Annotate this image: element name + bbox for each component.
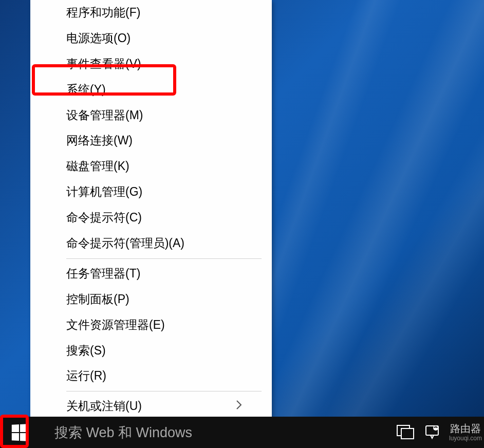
menu-item-cmd-admin[interactable]: 命令提示符(管理员)(A) <box>30 231 272 256</box>
notification-icon[interactable] <box>424 424 440 440</box>
chevron-right-icon <box>236 400 243 413</box>
menu-item-programs[interactable]: 程序和功能(F) <box>30 0 272 26</box>
taskbar: 搜索 Web 和 Windows 路由器 luyouqi.com <box>0 417 484 448</box>
menu-item-file-explorer[interactable]: 文件资源管理器(E) <box>30 312 272 338</box>
menu-item-control-panel[interactable]: 控制面板(P) <box>30 287 272 312</box>
windows-logo-icon <box>12 424 28 441</box>
menu-item-device-manager[interactable]: 设备管理器(M) <box>30 103 272 128</box>
menu-item-system[interactable]: 系统(Y) <box>30 77 272 103</box>
menu-item-power-options[interactable]: 电源选项(O) <box>30 26 272 51</box>
menu-item-task-manager[interactable]: 任务管理器(T) <box>30 261 272 287</box>
search-placeholder: 搜索 Web 和 Windows <box>54 423 192 442</box>
menu-item-cmd[interactable]: 命令提示符(C) <box>30 205 272 231</box>
menu-divider <box>66 391 262 391</box>
taskbar-tray: 路由器 luyouqi.com <box>397 422 484 442</box>
menu-item-network[interactable]: 网络连接(W) <box>30 128 272 154</box>
menu-divider <box>66 258 262 259</box>
menu-item-run[interactable]: 运行(R) <box>30 363 272 389</box>
router-watermark: 路由器 luyouqi.com <box>449 422 484 442</box>
menu-item-computer-mgmt[interactable]: 计算机管理(G) <box>30 179 272 205</box>
start-button[interactable] <box>0 417 39 448</box>
menu-item-shutdown[interactable]: 关机或注销(U) <box>30 394 272 419</box>
menu-item-disk-mgmt[interactable]: 磁盘管理(K) <box>30 154 272 179</box>
search-box[interactable]: 搜索 Web 和 Windows <box>39 417 397 448</box>
menu-item-search[interactable]: 搜索(S) <box>30 338 272 364</box>
svg-rect-1 <box>401 428 414 439</box>
menu-item-event-viewer[interactable]: 事件查看器(V) <box>30 51 272 77</box>
task-view-icon[interactable] <box>397 425 415 439</box>
winx-context-menu: 程序和功能(F) 电源选项(O) 事件查看器(V) 系统(Y) 设备管理器(M)… <box>30 0 272 447</box>
